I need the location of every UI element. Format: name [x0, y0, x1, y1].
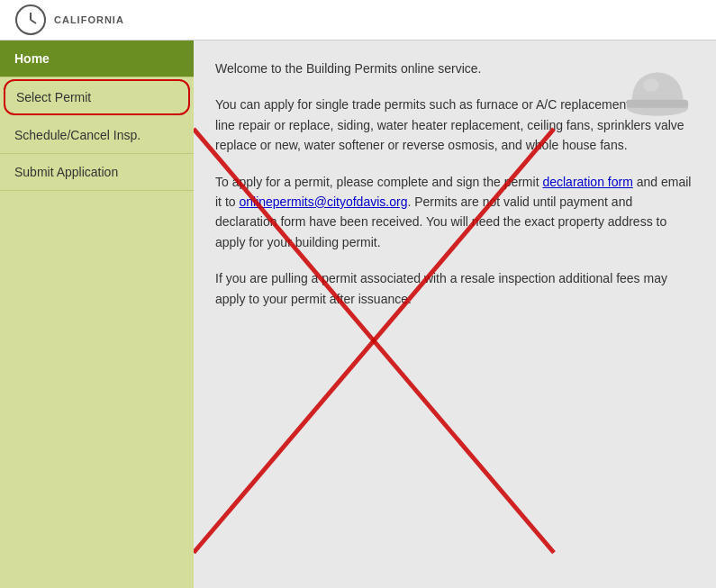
declaration-form-link[interactable]: declaration form — [542, 175, 632, 189]
svg-rect-4 — [627, 100, 688, 108]
sidebar-item-schedule-cancel[interactable]: Schedule/Cancel Insp. — [0, 117, 194, 154]
resale-paragraph: If you are pulling a permit associated w… — [215, 268, 694, 309]
sidebar: Home Select Permit Schedule/Cancel Insp.… — [0, 41, 194, 588]
sidebar-item-submit-application-label: Submit Application — [14, 165, 118, 179]
california-logo-icon — [14, 4, 47, 36]
apply-paragraph: To apply for a permit, please complete a… — [215, 172, 694, 253]
logo-text: CALIFORNIA — [54, 14, 124, 25]
hardhat-icon — [617, 50, 698, 131]
header-logo: CALIFORNIA — [14, 4, 124, 36]
header: CALIFORNIA — [0, 0, 716, 41]
sidebar-item-select-permit[interactable]: Select Permit — [4, 79, 190, 115]
sidebar-item-home-label: Home — [14, 51, 50, 66]
email-link[interactable]: onlinepermits@cityofdavis.org — [239, 194, 407, 209]
sidebar-item-home[interactable]: Home — [0, 41, 194, 77]
content-area: Welcome to the Building Permits online s… — [194, 41, 716, 588]
svg-point-5 — [643, 78, 659, 91]
sidebar-item-select-permit-label: Select Permit — [16, 90, 91, 104]
svg-line-2 — [31, 20, 36, 23]
main-content: Home Select Permit Schedule/Cancel Insp.… — [0, 41, 716, 588]
hardhat-container — [617, 50, 698, 131]
sidebar-item-schedule-cancel-label: Schedule/Cancel Insp. — [14, 128, 140, 142]
sidebar-item-submit-application[interactable]: Submit Application — [0, 154, 194, 191]
page-wrapper: CALIFORNIA Home Select Permit Schedule/C… — [0, 0, 716, 588]
